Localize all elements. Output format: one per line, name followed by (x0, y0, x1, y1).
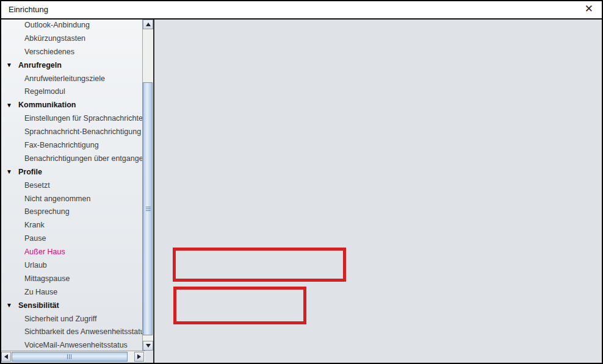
arrow-down-icon (146, 344, 151, 348)
scroll-left-button[interactable] (1, 352, 11, 362)
sidebar-item-einstellungen-f-r-sprachnachrichten[interactable]: Einstellungen für Sprachnachrichten (1, 112, 142, 125)
sidebar-item-label: Pause (24, 234, 46, 243)
sidebar-item-zu-hause[interactable]: Zu Hause (1, 285, 142, 299)
sidebar-item-label: Urlaub (24, 261, 47, 269)
collapse-arrow-icon[interactable]: ▼ (6, 302, 18, 309)
sidebar-item-sprachnachricht-benachrichtigung[interactable]: Sprachnachricht-Benachrichtigung (1, 125, 142, 138)
collapse-arrow-icon[interactable]: ▼ (6, 62, 18, 68)
einrichtung-dialog: Einrichtung ✕ Outlook-AnbindungAbkürzung… (0, 0, 603, 364)
sidebar-item-label: Benachrichtigungen über entgangene An (24, 154, 142, 163)
sidebar-item-label: Abkürzungstasten (24, 34, 85, 43)
sidebar-item-voicemail-anwesenheitsstatus[interactable]: VoiceMail-Anwesenheitsstatus (1, 338, 142, 351)
sidebar-item-urlaub[interactable]: Urlaub (1, 259, 142, 272)
sidebar-item-label: Sprachnachricht-Benachrichtigung (24, 127, 141, 136)
sidebar-item-label: Anrufweiterleitungsziele (24, 74, 105, 83)
sidebar-item-benachrichtigungen-ber-entgangene-an[interactable]: Benachrichtigungen über entgangene An (1, 152, 142, 165)
scroll-right-button[interactable] (134, 352, 144, 362)
sidebar-item-besprechung[interactable]: Besprechung (1, 205, 142, 218)
sidebar-item-label: Regelmodul (24, 87, 65, 96)
collapse-arrow-icon[interactable]: ▼ (6, 102, 18, 109)
vertical-scrollbar-thumb[interactable] (143, 82, 153, 335)
sidebar-item-label: VoiceMail-Anwesenheitsstatus (24, 341, 128, 349)
sidebar-item-abk-rzungstasten[interactable]: Abkürzungstasten (1, 32, 142, 45)
sidebar-item-sichtbarkeit-des-anwesenheitsstatus[interactable]: Sichtbarkeit des Anwesenheitsstatus (1, 325, 142, 338)
arrow-up-icon (146, 23, 151, 26)
thumb-grip-icon (146, 207, 151, 212)
sidebar-item-label: Sichtbarkeit des Anwesenheitsstatus (24, 327, 142, 336)
sidebar-item-label: Anrufregeln (18, 61, 62, 70)
sidebar-item-label: Außer Haus (24, 248, 65, 256)
titlebar: Einrichtung ✕ (0, 0, 603, 20)
sidebar-item-label: Nicht angenommen (24, 194, 90, 203)
scroll-down-button[interactable] (143, 341, 153, 351)
horizontal-scrollbar-thumb[interactable] (12, 352, 128, 362)
sidebar-tree: Outlook-AnbindungAbkürzungstastenVerschi… (1, 20, 142, 351)
scroll-up-button[interactable] (143, 20, 153, 29)
sidebar-item-label: Sicherheit und Zugriff (24, 315, 97, 323)
sidebar-category-profile[interactable]: ▼Profile (1, 165, 142, 179)
sidebar: Outlook-AnbindungAbkürzungstastenVerschi… (1, 20, 142, 351)
collapse-arrow-icon[interactable]: ▼ (6, 168, 18, 175)
sidebar-item-nicht-angenommen[interactable]: Nicht angenommen (1, 192, 142, 205)
sidebar-item-label: Sensibilität (18, 301, 59, 310)
sidebar-item-outlook-anbindung[interactable]: Outlook-Anbindung (1, 20, 142, 32)
close-icon[interactable]: ✕ (585, 3, 593, 15)
sidebar-item-regelmodul[interactable]: Regelmodul (1, 85, 142, 98)
sidebar-item-au-er-haus[interactable]: Außer Haus (1, 245, 142, 259)
sidebar-item-mittagspause[interactable]: Mittagspause (1, 272, 142, 285)
main-panel (153, 20, 603, 364)
sidebar-category-kommunikation[interactable]: ▼Kommunikation (1, 98, 142, 112)
sidebar-horizontal-scrollbar[interactable] (1, 351, 145, 362)
sidebar-category-sensibilit-t[interactable]: ▼Sensibilität (1, 299, 142, 312)
sidebar-item-anrufweiterleitungsziele[interactable]: Anrufweiterleitungsziele (1, 72, 142, 85)
sidebar-item-fax-benachrichtigung[interactable]: Fax-Benachrichtigung (1, 138, 142, 152)
thumb-grip-icon (67, 354, 72, 359)
sidebar-item-label: Mittagspause (24, 274, 70, 283)
sidebar-item-label: Besetzt (24, 181, 50, 190)
arrow-right-icon (137, 354, 141, 359)
sidebar-item-label: Kommunikation (18, 101, 76, 109)
sidebar-item-pause[interactable]: Pause (1, 232, 142, 245)
sidebar-item-label: Besprechung (24, 207, 70, 216)
sidebar-item-label: Zu Hause (24, 288, 57, 296)
sidebar-item-label: Fax-Benachrichtigung (24, 141, 99, 149)
sidebar-category-anrufregeln[interactable]: ▼Anrufregeln (1, 59, 142, 72)
sidebar-item-besetzt[interactable]: Besetzt (1, 179, 142, 192)
sidebar-item-label: Outlook-Anbindung (24, 21, 90, 29)
sidebar-item-sicherheit-und-zugriff[interactable]: Sicherheit und Zugriff (1, 312, 142, 326)
sidebar-vertical-scrollbar[interactable] (142, 20, 153, 351)
sidebar-item-label: Verschiedenes (24, 48, 74, 56)
sidebar-item-label: Profile (18, 168, 42, 176)
sidebar-item-krank[interactable]: Krank (1, 218, 142, 232)
window-title: Einrichtung (9, 5, 48, 14)
sidebar-item-verschiedenes[interactable]: Verschiedenes (1, 45, 142, 59)
arrow-left-icon (4, 354, 8, 359)
sidebar-item-label: Einstellungen für Sprachnachrichten (24, 114, 142, 123)
sidebar-item-label: Krank (24, 221, 45, 229)
